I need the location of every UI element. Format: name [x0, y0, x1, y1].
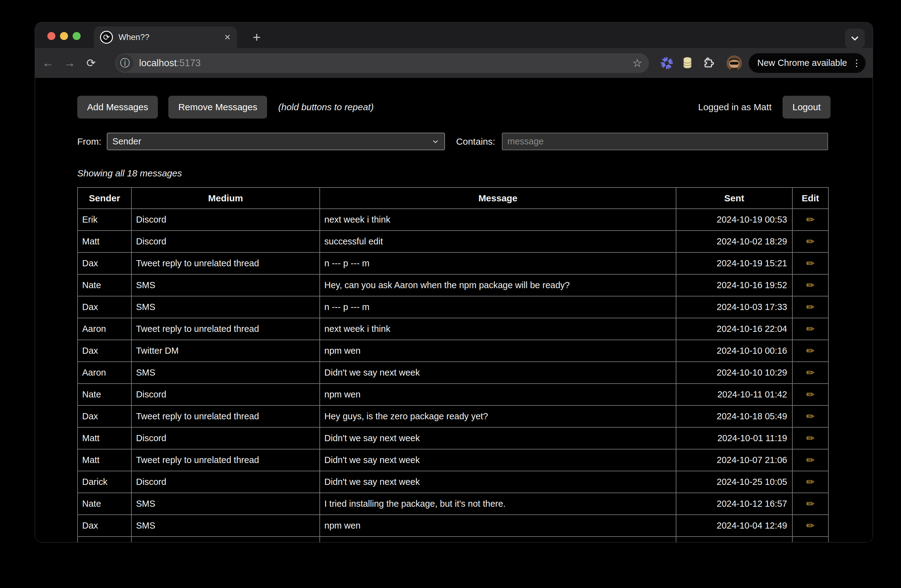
cell-medium: SMS [131, 274, 320, 296]
cell-sent: 2024-10-19 00:53 [676, 209, 792, 231]
cell-message: npm wen [320, 384, 676, 406]
cell-medium: Discord [131, 231, 320, 253]
edit-pencil-icon[interactable]: ✏ [792, 449, 828, 471]
chrome-update-button[interactable]: New Chrome available ⋮ [749, 53, 866, 73]
add-messages-button[interactable]: Add Messages [77, 96, 158, 119]
cell-message: I tried installing the package, but it's… [320, 493, 676, 515]
edit-pencil-icon[interactable]: ✏ [792, 471, 828, 493]
cell-sender: Nate [78, 274, 131, 296]
remove-messages-button[interactable]: Remove Messages [168, 96, 267, 119]
cell-medium: Discord [131, 471, 320, 493]
tab-title: When?? [118, 33, 220, 42]
from-label: From: [77, 136, 101, 147]
table-row: AaronSMSDidn't we say next week2024-10-1… [78, 362, 828, 384]
minimize-window-button[interactable] [60, 32, 68, 40]
edit-pencil-icon[interactable]: ✏ [792, 406, 828, 427]
cell-sent: 2024-10-02 18:29 [676, 231, 792, 253]
zoom-window-button[interactable] [73, 32, 81, 40]
table-row: DaxSMSn --- p --- m2024-10-03 17:33✏ [78, 296, 828, 318]
cell-sent: 2024-10-01 11:19 [676, 427, 792, 449]
extension-icons [660, 56, 714, 70]
edit-pencil-icon[interactable]: ✏ [792, 493, 828, 515]
message-count-summary: Showing all 18 messages [77, 168, 873, 179]
cell-message: Didn't we say next week [320, 362, 676, 384]
cell-medium: SMS [131, 515, 320, 537]
cell-sent: 2024-10-04 12:49 [676, 515, 792, 537]
cell-message: next week i think [320, 318, 676, 340]
edit-pencil-icon[interactable]: ✏ [792, 231, 828, 253]
logged-in-text: Logged in as Matt [698, 102, 772, 112]
cell-sent: 2024-10-16 22:04 [676, 318, 792, 340]
table-row: MattDiscordsuccessful edit2024-10-02 18:… [78, 231, 828, 253]
bookmark-star-icon[interactable]: ☆ [632, 57, 642, 70]
edit-pencil-icon[interactable]: ✏ [792, 318, 828, 340]
back-button[interactable]: ← [39, 55, 57, 72]
session-controls: Logged in as Matt Logout [698, 96, 831, 119]
cell-medium: Discord [131, 427, 320, 449]
edit-pencil-icon[interactable]: ✏ [792, 427, 828, 449]
cell-sent: 2024-10-25 10:05 [676, 471, 792, 493]
cell-medium: Twitter DM [131, 340, 320, 362]
url-text: localhost:5173 [139, 58, 201, 69]
cell-sender: Nate [78, 384, 131, 406]
profile-avatar[interactable] [726, 55, 742, 71]
cell-message: Hey guys, is the zero package ready yet? [320, 406, 676, 427]
messages-table: Sender Medium Message Sent Edit ErikDisc… [77, 187, 829, 543]
table-row: DaxSMSnpm wen2024-10-04 12:49✏ [78, 515, 828, 537]
cell-sender: Matt [78, 449, 131, 471]
chevron-down-icon [849, 33, 860, 44]
tab-search-button[interactable] [845, 29, 865, 48]
cell-message: Didn't we say next week [320, 427, 676, 449]
cell-sender: Aaron [78, 362, 131, 384]
kebab-menu-icon[interactable]: ⋮ [852, 58, 861, 69]
table-row: AaronTweet reply to unrelated threadnext… [78, 318, 828, 340]
database-extension-icon[interactable] [683, 57, 692, 70]
edit-pencil-icon[interactable]: ✏ [792, 209, 828, 231]
active-tab[interactable]: ⟳ When?? ✕ [94, 27, 237, 48]
cell-medium: SMS [131, 296, 320, 318]
col-header-sender: Sender [78, 187, 131, 209]
cell-sender: Dax [78, 296, 131, 318]
extensions-puzzle-icon[interactable] [701, 57, 714, 70]
col-header-edit: Edit [792, 187, 828, 209]
edit-pencil-icon[interactable]: ✏ [792, 274, 828, 296]
reload-button[interactable]: ⟳ [83, 55, 100, 72]
cell-sent: 2024-10-11 01:42 [676, 384, 792, 406]
cell-sender: Aaron [78, 318, 131, 340]
edit-pencil-icon[interactable]: ✏ [792, 384, 828, 406]
cell-medium: Tweet reply to unrelated thread [131, 253, 320, 274]
site-info-icon[interactable]: ⓘ [116, 55, 134, 72]
cell-message: Didn't we say next week [320, 449, 676, 471]
table-row: DaxTwitter DMnpm wen2024-10-10 00:16✏ [78, 340, 828, 362]
cell-sent: 2024-10-10 00:16 [676, 340, 792, 362]
new-tab-button[interactable]: + [248, 27, 266, 48]
table-row: DarickDiscordDidn't we say next week2024… [78, 471, 828, 493]
cell-message: n --- p --- m [320, 253, 676, 274]
edit-pencil-icon[interactable]: ✏ [792, 515, 828, 537]
claude-burst-extension-icon[interactable] [660, 56, 673, 70]
edit-pencil-icon[interactable]: ✏ [792, 362, 828, 384]
actions-row: Add Messages Remove Messages (hold butto… [77, 96, 831, 119]
address-bar[interactable]: ⓘ localhost:5173 ☆ [115, 53, 649, 73]
select-chevron-icon [432, 137, 440, 146]
cell-medium: Discord [131, 209, 320, 231]
cell-sent: 2024-10-18 05:49 [676, 406, 792, 427]
close-window-button[interactable] [47, 32, 55, 40]
cell-sender: Dax [78, 515, 131, 537]
forward-button[interactable]: → [61, 55, 78, 72]
edit-pencil-icon[interactable]: ✏ [792, 340, 828, 362]
close-tab-icon[interactable]: ✕ [224, 33, 231, 42]
cell-medium: Discord [131, 384, 320, 406]
edit-pencil-icon[interactable]: ✏ [792, 296, 828, 318]
page-content: Add Messages Remove Messages (hold butto… [35, 96, 873, 543]
filter-row: From: Sender Contains: [77, 133, 831, 150]
from-select[interactable]: Sender [107, 133, 445, 150]
url-host: localhost [139, 58, 177, 69]
cell-sender: Erik [78, 209, 131, 231]
update-label: New Chrome available [757, 58, 847, 68]
contains-input[interactable] [502, 133, 828, 150]
logout-button[interactable]: Logout [783, 96, 831, 119]
cell-sent: 2024-10-07 21:06 [676, 449, 792, 471]
tab-strip: ⟳ When?? ✕ + [35, 22, 873, 48]
edit-pencil-icon[interactable]: ✏ [792, 253, 828, 274]
